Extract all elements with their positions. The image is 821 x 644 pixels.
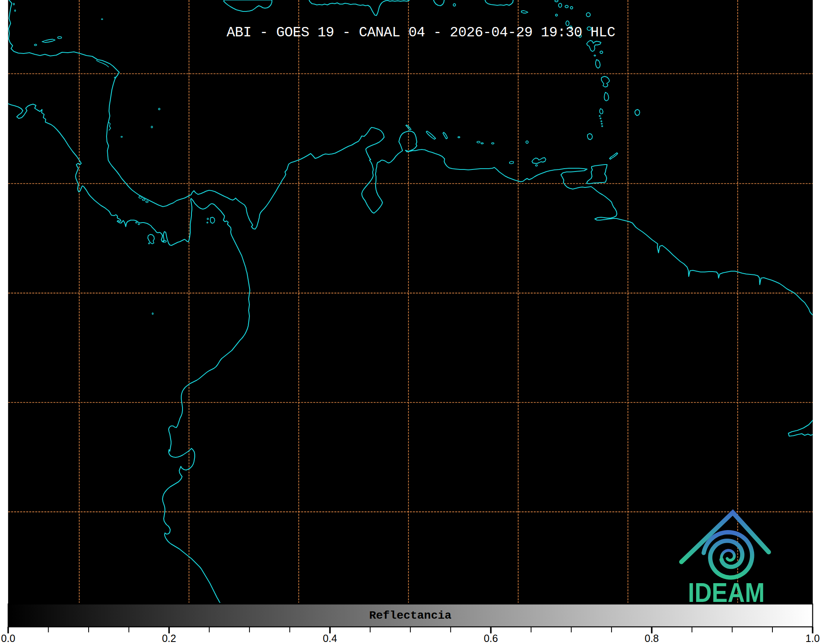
svg-text:1.0: 1.0 <box>805 633 820 644</box>
svg-text:Reflectancia: Reflectancia <box>369 609 452 622</box>
svg-text:0.0: 0.0 <box>1 633 16 644</box>
svg-text:0.6: 0.6 <box>484 633 498 644</box>
svg-text:0.8: 0.8 <box>645 633 659 644</box>
svg-text:0.2: 0.2 <box>162 633 176 644</box>
svg-text:0.4: 0.4 <box>323 633 337 644</box>
svg-text:ABI - GOES 19 - CANAL 04 - 202: ABI - GOES 19 - CANAL 04 - 2026-04-29 19… <box>227 25 615 40</box>
